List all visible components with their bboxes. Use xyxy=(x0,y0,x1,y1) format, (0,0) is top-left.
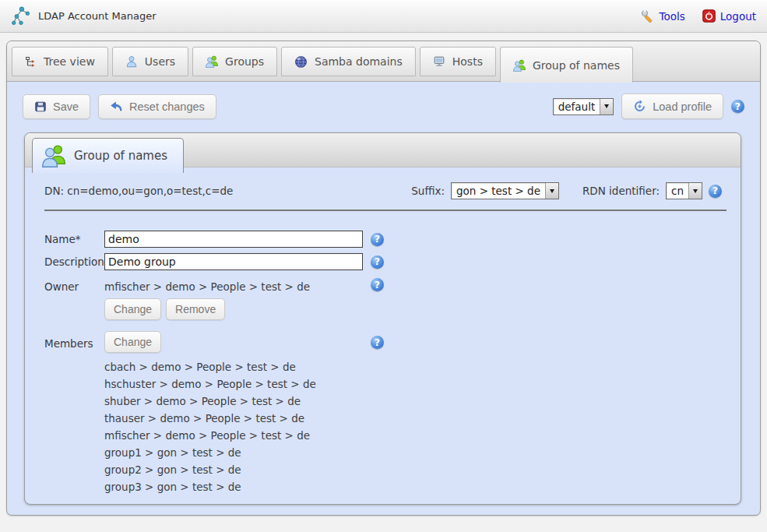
help-icon[interactable] xyxy=(731,100,744,113)
brand: LDAP Account Manager xyxy=(11,5,157,27)
remove-label: Remove xyxy=(175,303,216,315)
logout-power-icon xyxy=(702,9,716,23)
member-item: hschuster > demo > People > test > de xyxy=(104,375,722,393)
description-label: Description xyxy=(44,255,104,268)
tab-hosts[interactable]: Hosts xyxy=(420,47,496,76)
module-tabstrip: Tree view Users Groups xyxy=(7,41,760,82)
profile-select-value: default xyxy=(554,99,600,115)
tree-view-icon xyxy=(25,56,37,68)
member-item: group2 > gon > test > de xyxy=(104,461,722,478)
description-input[interactable] xyxy=(104,253,363,270)
tab-label: Group of names xyxy=(533,59,620,72)
save-floppy-icon xyxy=(34,100,47,113)
group-of-names-icon xyxy=(513,59,526,72)
tab-label: Hosts xyxy=(452,55,483,68)
app-title: LDAP Account Manager xyxy=(38,10,157,22)
save-button[interactable]: Save xyxy=(23,94,90,119)
host-icon xyxy=(433,55,445,68)
members-label: Members xyxy=(44,331,104,350)
suffix-label: Suffix: xyxy=(411,185,445,197)
description-row: Description xyxy=(44,253,722,270)
select-arrow-icon xyxy=(600,99,613,115)
tab-samba-domains[interactable]: Samba domains xyxy=(281,47,416,76)
dn-row: DN: cn=demo,ou=gon,o=test,c=de Suffix: g… xyxy=(44,182,722,199)
members-help-icon[interactable] xyxy=(371,336,384,349)
dn-text: DN: cn=demo,ou=gon,o=test,c=de xyxy=(44,185,233,197)
tab-groups[interactable]: Groups xyxy=(192,47,277,76)
groups-icon xyxy=(206,55,218,68)
group-of-names-icon xyxy=(42,144,65,167)
load-profile-label: Load profile xyxy=(653,100,712,113)
tab-users[interactable]: Users xyxy=(112,47,188,76)
change-label: Change xyxy=(114,336,152,348)
member-item: thauser > demo > People > test > de xyxy=(104,410,722,427)
rdn-select-value: cn xyxy=(667,183,688,199)
logout-label: Logout xyxy=(720,10,756,23)
select-arrow-icon xyxy=(688,183,702,199)
reset-changes-label: Reset changes xyxy=(129,100,205,113)
owner-remove-button[interactable]: Remove xyxy=(166,298,225,320)
user-icon xyxy=(125,55,138,68)
suffix-select-value: gon > test > de xyxy=(452,183,545,199)
member-item: mfischer > demo > People > test > de xyxy=(104,427,722,444)
tools-label: Tools xyxy=(660,10,685,23)
owner-change-button[interactable]: Change xyxy=(104,298,161,320)
save-label: Save xyxy=(53,100,79,113)
change-label: Change xyxy=(114,303,152,315)
name-label: Name* xyxy=(44,233,104,245)
tab-tree-view[interactable]: Tree view xyxy=(12,47,108,76)
owner-label: Owner xyxy=(44,278,104,293)
member-item: cbach > demo > People > test > de xyxy=(104,358,722,375)
app-header: LDAP Account Manager Tools Logout xyxy=(0,0,767,33)
wrench-icon xyxy=(641,9,655,23)
toolbar: Save Reset changes default xyxy=(7,82,760,129)
suffix-select[interactable]: gon > test > de xyxy=(451,182,559,199)
owner-value: mfischer > demo > People > test > de xyxy=(104,278,310,293)
member-item: group1 > gon > test > de xyxy=(104,444,722,461)
tab-label: Groups xyxy=(225,55,264,68)
tools-link[interactable]: Tools xyxy=(641,9,685,23)
tab-label: Samba domains xyxy=(315,55,403,68)
group-of-names-panel: Group of names DN: cn=demo,ou=gon,o=test… xyxy=(24,132,741,505)
group-form: Name* Description Owner mfischer > demo … xyxy=(44,231,722,495)
main-container: Tree view Users Groups xyxy=(6,41,761,516)
panel-tabstrip: Group of names xyxy=(25,133,741,167)
profile-select[interactable]: default xyxy=(553,98,614,115)
member-item: shuber > demo > People > test > de xyxy=(104,393,722,410)
reset-changes-button[interactable]: Reset changes xyxy=(98,94,216,119)
refresh-plus-icon xyxy=(633,100,646,113)
tab-group-of-names[interactable]: Group of names xyxy=(500,47,633,83)
lam-logo-icon xyxy=(11,5,31,27)
name-row: Name* xyxy=(44,231,722,248)
load-profile-button[interactable]: Load profile xyxy=(621,93,723,119)
owner-help-icon[interactable] xyxy=(371,278,384,291)
member-list: cbach > demo > People > test > de hschus… xyxy=(104,358,722,495)
globe-icon xyxy=(294,55,308,69)
panel-tab-group-of-names[interactable]: Group of names xyxy=(32,138,184,173)
members-block: Members Change cbach > demo > People > t… xyxy=(44,331,722,495)
name-help-icon[interactable] xyxy=(371,233,384,246)
rdn-label: RDN identifier: xyxy=(582,185,660,197)
suffix-help-icon[interactable] xyxy=(709,185,722,198)
description-help-icon[interactable] xyxy=(371,255,384,269)
tab-label: Tree view xyxy=(44,55,95,68)
panel-tab-label: Group of names xyxy=(74,149,167,163)
member-item: group3 > gon > test > de xyxy=(104,478,722,495)
owner-row: Owner mfischer > demo > People > test > … xyxy=(44,278,722,293)
name-input[interactable] xyxy=(104,231,363,248)
divider xyxy=(44,210,727,211)
logout-link[interactable]: Logout xyxy=(702,9,756,23)
undo-arrow-icon xyxy=(110,100,123,112)
members-row: Members Change xyxy=(44,331,722,353)
owner-buttons: Change Remove xyxy=(104,298,722,320)
select-arrow-icon xyxy=(545,183,558,199)
tab-label: Users xyxy=(145,55,175,68)
members-change-button[interactable]: Change xyxy=(104,331,161,353)
rdn-select[interactable]: cn xyxy=(666,182,702,199)
